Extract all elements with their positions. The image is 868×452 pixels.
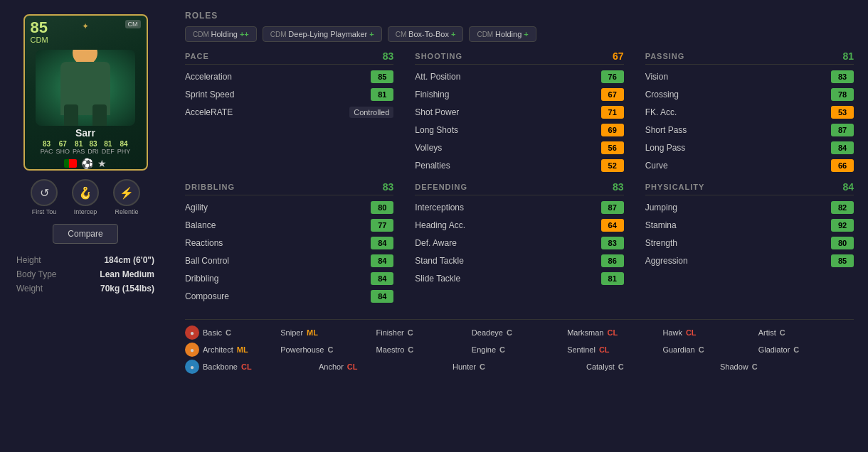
card-stat-dri: 83 DRI <box>88 140 99 155</box>
stat-interceptions: Interceptions 87 <box>415 200 623 215</box>
slide-tackle-val: 81 <box>601 272 624 285</box>
aggression-val: 85 <box>831 254 854 267</box>
stat-ball-control: Ball Control 84 <box>185 253 393 269</box>
chem-shadow: Shadow C <box>720 360 854 374</box>
body-type-label: Body Type <box>16 269 56 279</box>
weight-value: 70kg (154lbs) <box>100 284 154 294</box>
stamina-val: 92 <box>831 219 854 232</box>
physicality-header: PHYSICALITY 84 <box>645 181 854 195</box>
chem-backbone: ● Backbone CL <box>185 360 319 374</box>
first-touch-label: First Tou <box>32 208 56 215</box>
passing-name: PASSING <box>645 52 685 60</box>
def-aware-val: 83 <box>601 237 624 249</box>
agility-val: 80 <box>371 201 393 214</box>
stat-reactions: Reactions 84 <box>185 235 393 251</box>
chem-icon-blue: ● <box>185 360 199 374</box>
card-stats-row: 83 PAC 67 SHO 81 PAS 83 DRI 81 DEF 84 PH… <box>38 139 134 156</box>
stat-sprint-speed: Sprint Speed 81 <box>185 87 393 102</box>
card-club-icon: ⚽ <box>81 158 93 169</box>
chem-icon-red: ● <box>185 325 199 340</box>
reactions-val: 84 <box>371 237 393 249</box>
defending-header: DEFENDING 83 <box>415 181 623 195</box>
card-secondary-pos: CM <box>125 20 141 28</box>
composure-val: 84 <box>371 290 393 303</box>
card-position: CDM <box>31 36 48 44</box>
card-stat-pas: 81 PAS <box>73 140 85 155</box>
intercep-icon: 🪝 <box>72 179 99 206</box>
acceleration-val: 85 <box>371 70 393 83</box>
crossing-val: 78 <box>831 88 854 101</box>
passing-header: PASSING 81 <box>645 50 854 65</box>
chem-basic: ● Basic C <box>185 325 280 340</box>
player-info: Height 184cm (6'0") Body Type Lean Mediu… <box>11 252 160 296</box>
balance-val: 77 <box>371 219 393 232</box>
player-traits-icons: ↺ First Tou 🪝 Intercep ⚡ Relentie <box>31 179 140 215</box>
stat-def-aware: Def. Aware 83 <box>415 235 623 251</box>
role-badge-3[interactable]: CDM Holding + <box>469 26 536 42</box>
stat-penalties: Penalties 52 <box>415 158 623 173</box>
card-player-name: Sarr <box>75 127 95 139</box>
chem-sniper: Sniper ML <box>280 325 376 340</box>
shooting-category: SHOOTING 67 Att. Position 76 Finishing 6… <box>415 50 623 176</box>
role-badge-1[interactable]: CDM Deep-Lying Playmaker + <box>263 26 382 42</box>
pace-name: PACE <box>185 52 209 60</box>
ball-control-val: 84 <box>371 254 393 267</box>
stat-att-position: Att. Position 76 <box>415 69 623 85</box>
defending-total: 83 <box>613 181 624 193</box>
shooting-header: SHOOTING 67 <box>415 50 623 65</box>
role-badge-0[interactable]: CDM Holding ++ <box>185 26 257 42</box>
stat-acceleration: Acceleration 85 <box>185 69 393 85</box>
physicality-total: 84 <box>842 181 854 193</box>
chemstyle-row-1: ● Architect ML Powerhouse C Maestro C En… <box>185 343 854 357</box>
stat-long-shots: Long Shots 69 <box>415 122 623 138</box>
long-shots-val: 69 <box>601 124 624 136</box>
chem-architect: ● Architect ML <box>185 343 280 357</box>
defending-category: DEFENDING 83 Interceptions 87 Heading Ac… <box>415 181 623 306</box>
stats-grid: PACE 83 Acceleration 85 Sprint Speed 81 … <box>185 50 854 312</box>
chem-marksman: Marksman CL <box>567 325 662 340</box>
chem-deadeye: Deadeye C <box>472 325 567 340</box>
stat-balance: Balance 77 <box>185 217 393 233</box>
chem-catalyst: Catalyst C <box>586 360 720 374</box>
finishing-val: 67 <box>601 88 624 101</box>
body-type-value: Lean Medium <box>100 269 154 279</box>
intercep-label: Intercep <box>74 208 97 215</box>
shooting-name: SHOOTING <box>415 52 462 60</box>
long-pass-val: 84 <box>831 141 854 154</box>
stat-stamina: Stamina 92 <box>645 217 854 233</box>
interceptions-val: 87 <box>601 201 624 214</box>
stat-agility: Agility 80 <box>185 200 393 215</box>
vision-val: 83 <box>831 70 854 83</box>
height-value: 184cm (6'0") <box>104 255 154 265</box>
shot-power-val: 71 <box>601 106 624 119</box>
card-stat-def: 81 DEF <box>102 140 115 155</box>
card-decoration: ✦ <box>82 21 89 31</box>
chemstyles-section: ● Basic C Sniper ML Finisher C Deadeye C… <box>185 319 854 374</box>
role-badge-2[interactable]: CM Box-To-Box + <box>388 26 464 42</box>
main-content: ROLES CDM Holding ++ CDM Deep-Lying Play… <box>171 0 868 452</box>
player-silhouette <box>53 50 117 126</box>
stat-accelerate: AcceleRATE Controlled <box>185 104 393 120</box>
jumping-val: 82 <box>831 201 854 214</box>
dribbling-total: 83 <box>383 181 394 193</box>
penalties-val: 52 <box>601 159 624 172</box>
chem-hawk: Hawk CL <box>662 325 758 340</box>
dribbling-category: DRIBBLING 83 Agility 80 Balance 77 React… <box>185 181 393 306</box>
stat-shot-power: Shot Power 71 <box>415 104 623 120</box>
player-card: 85 CDM CM ✦ Sarr 83 PAC 67 SHO <box>23 14 148 171</box>
height-row: Height 184cm (6'0") <box>16 255 154 265</box>
pace-header: PACE 83 <box>185 50 393 65</box>
stat-dribbling: Dribbling 84 <box>185 271 393 286</box>
stat-composure: Composure 84 <box>185 289 393 304</box>
passing-total: 81 <box>842 50 854 62</box>
volleys-val: 56 <box>601 141 624 154</box>
stat-long-pass: Long Pass 84 <box>645 140 854 156</box>
stat-vision: Vision 83 <box>645 69 854 85</box>
chem-engine: Engine C <box>472 343 567 357</box>
roles-section: ROLES CDM Holding ++ CDM Deep-Lying Play… <box>185 11 854 42</box>
weight-row: Weight 70kg (154lbs) <box>16 284 154 294</box>
stat-curve: Curve 66 <box>645 158 854 173</box>
compare-button[interactable]: Compare <box>53 224 117 244</box>
body-type-row: Body Type Lean Medium <box>16 269 154 279</box>
dribbling-name: DRIBBLING <box>185 183 235 191</box>
